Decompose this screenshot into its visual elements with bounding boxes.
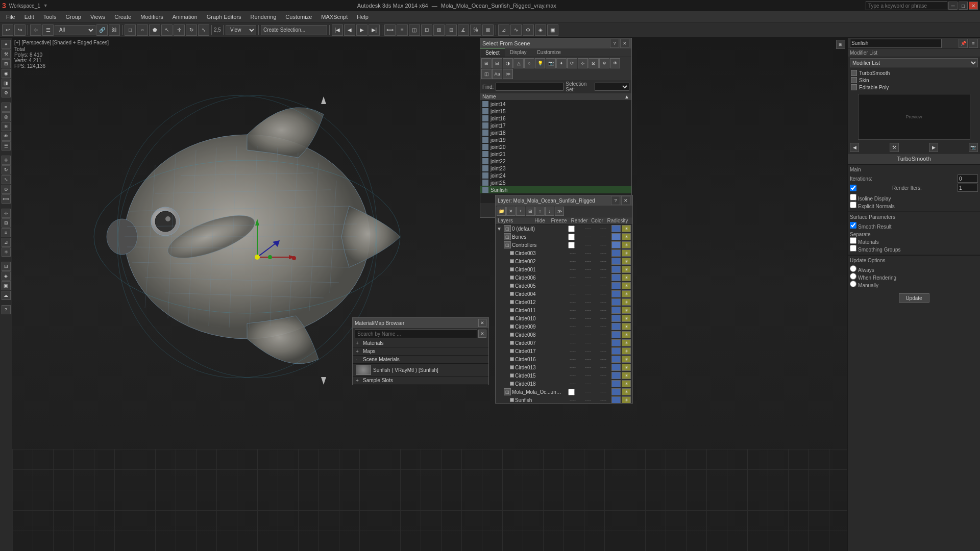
icon-pivot[interactable]: ⊙ bbox=[2, 185, 11, 194]
icon-material[interactable]: ◈ bbox=[2, 271, 11, 281]
sfs-tb-frozen[interactable]: ❄ bbox=[599, 58, 609, 68]
ld-color-cirde012[interactable] bbox=[611, 298, 621, 306]
modifier-list-dropdown[interactable]: Modifier List bbox=[850, 58, 978, 67]
ld-color-bones[interactable] bbox=[611, 233, 621, 240]
ld-row-cirde012[interactable]: Cirde012 ---- ---- ---- ☀ bbox=[496, 298, 632, 306]
sfs-tab-select[interactable]: Select bbox=[480, 48, 505, 57]
sfs-item-joint23[interactable]: joint23 bbox=[480, 165, 631, 172]
ld-color-controllers[interactable] bbox=[611, 241, 621, 248]
sfs-tb-none[interactable]: ⊟ bbox=[492, 58, 502, 68]
ld-row-cirde002[interactable]: Cirde002 ---- ---- ---- ☀ bbox=[496, 257, 632, 265]
menu-modifiers[interactable]: Modifiers bbox=[136, 13, 167, 21]
explicit-normals-checkbox[interactable] bbox=[850, 202, 856, 208]
panel-nav-right[interactable]: ▶ bbox=[929, 143, 938, 152]
sfs-tb-layer[interactable]: ◫ bbox=[481, 69, 492, 79]
icon-props[interactable]: ☰ bbox=[2, 141, 11, 151]
icon-hide[interactable]: 👁 bbox=[2, 132, 11, 141]
icon-freeze[interactable]: ❄ bbox=[2, 122, 11, 131]
toolbar-cylinder[interactable]: ⬟ bbox=[149, 24, 160, 36]
ld-hide-bones[interactable] bbox=[562, 234, 580, 240]
sfs-item-joint21[interactable]: joint21 bbox=[480, 151, 631, 158]
ld-row-cirde009[interactable]: Cirde009 ---- ---- ---- ☀ bbox=[496, 322, 632, 331]
panel-nav-wrench[interactable]: ⚒ bbox=[890, 143, 899, 152]
ld-tb-move-up[interactable]: ↑ bbox=[535, 207, 545, 216]
menu-group[interactable]: Group bbox=[61, 13, 85, 21]
ld-row-sunfish-layer[interactable]: Sunfish ---- ---- ---- ☀ bbox=[496, 396, 632, 403]
toolbar-mirror[interactable]: ⟺ bbox=[384, 24, 396, 36]
ld-expand-controllers[interactable]: ▼ bbox=[497, 242, 503, 248]
ld-hide-controllers[interactable] bbox=[562, 242, 580, 248]
toolbar-layer[interactable]: ◫ bbox=[409, 24, 420, 36]
toolbar-scale[interactable]: ⤡ bbox=[198, 24, 209, 36]
ld-color-cirde005[interactable] bbox=[611, 282, 621, 289]
icon-create[interactable]: ✦ bbox=[2, 40, 11, 49]
sfs-tb-expand[interactable]: ≫ bbox=[503, 69, 513, 79]
sfs-tb-lights[interactable]: 💡 bbox=[535, 58, 545, 68]
icon-isolate[interactable]: ◎ bbox=[2, 112, 11, 121]
menu-rendering[interactable]: Rendering bbox=[247, 13, 281, 21]
render-iters-input[interactable] bbox=[958, 184, 978, 192]
mb-section-scene-materials[interactable]: - Scene Materials bbox=[353, 356, 488, 364]
ld-row-default[interactable]: ▼ ◫ 0 (default) ---- ---- ☀ bbox=[496, 224, 632, 233]
menu-graph-editors[interactable]: Graph Editors bbox=[203, 13, 246, 21]
ld-row-cirde016[interactable]: Cirde016 ---- ---- ---- ☀ bbox=[496, 355, 632, 363]
ld-row-bones[interactable]: ◫ Bones ---- ---- ☀ bbox=[496, 233, 632, 241]
sfs-item-joint19[interactable]: joint19 bbox=[480, 136, 631, 143]
sfs-help-btn[interactable]: ? bbox=[610, 39, 619, 48]
modifier-turbosmooth[interactable]: TurboSmooth bbox=[850, 69, 978, 77]
icon-modify[interactable]: ⚒ bbox=[2, 49, 11, 59]
menu-create[interactable]: Create bbox=[110, 13, 135, 21]
ld-color-default[interactable] bbox=[611, 225, 621, 232]
ld-row-cirde013[interactable]: Cirde013 ---- ---- ---- ☀ bbox=[496, 363, 632, 371]
ld-row-cirde004[interactable]: Cirde004 ---- ---- ---- ☀ bbox=[496, 290, 632, 298]
icon-rotate[interactable]: ↻ bbox=[2, 165, 11, 174]
toolbar-select-obj[interactable]: ↖ bbox=[161, 24, 173, 36]
when-rendering-radio[interactable] bbox=[850, 273, 856, 280]
ld-color-cirde008[interactable] bbox=[611, 331, 621, 338]
ld-color-sunfish-layer[interactable] bbox=[611, 396, 621, 403]
icon-scale[interactable]: ⤡ bbox=[2, 175, 11, 184]
ld-color-cirde016[interactable] bbox=[611, 356, 621, 363]
sfs-tb-geo[interactable]: △ bbox=[513, 58, 524, 68]
sfs-tab-display[interactable]: Display bbox=[505, 48, 532, 57]
menu-edit[interactable]: Edit bbox=[20, 13, 38, 21]
ld-expand-molafish[interactable]: ▼ bbox=[497, 389, 503, 395]
icon-array[interactable]: ⊞ bbox=[2, 218, 11, 228]
ld-color-cirde011[interactable] bbox=[611, 307, 621, 314]
toolbar-curve[interactable]: ∿ bbox=[510, 24, 522, 36]
object-search-input[interactable] bbox=[850, 39, 942, 48]
ld-help-btn[interactable]: ? bbox=[611, 196, 620, 205]
toolbar-select-name[interactable]: ☰ bbox=[42, 24, 54, 36]
close-button[interactable]: ✕ bbox=[969, 2, 978, 10]
toolbar-snap-angle[interactable]: ∡ bbox=[458, 24, 469, 36]
sfs-close-btn[interactable]: ✕ bbox=[620, 39, 629, 48]
sfs-item-joint16[interactable]: joint16 bbox=[480, 115, 631, 122]
render-iters-checkbox[interactable] bbox=[850, 185, 856, 191]
ld-tb-add[interactable]: + bbox=[516, 207, 525, 216]
ld-row-molafish[interactable]: ▼ ◫ Mola_Mola_Oc...unfish_f ---- ---- ☀ bbox=[496, 388, 632, 396]
mb-section-materials[interactable]: + Materials bbox=[353, 339, 488, 347]
sfs-item-joint22[interactable]: joint22 bbox=[480, 158, 631, 165]
toolbar-snap-2d[interactable]: ⊞ bbox=[433, 24, 445, 36]
panel-nav-camera[interactable]: 📷 bbox=[969, 143, 978, 152]
sfs-tb-helpers[interactable]: ✦ bbox=[556, 58, 567, 68]
ld-list[interactable]: ▼ ◫ 0 (default) ---- ---- ☀ ◫ Bones ----… bbox=[496, 224, 632, 403]
sfs-list[interactable]: joint14 joint15 joint16 joint17 joint18 … bbox=[480, 101, 631, 203]
mb-section-maps[interactable]: + Maps bbox=[353, 347, 488, 356]
sfs-set-dropdown[interactable] bbox=[595, 83, 629, 91]
mb-search-input[interactable] bbox=[355, 329, 477, 338]
ld-color-cirde017[interactable] bbox=[611, 347, 621, 355]
minimize-button[interactable]: ─ bbox=[948, 2, 958, 10]
ld-hide-molafish[interactable] bbox=[562, 389, 580, 395]
toolbar-snap-spinner[interactable]: ⊠ bbox=[482, 24, 494, 36]
icon-align-l[interactable]: ≡ bbox=[2, 228, 11, 237]
sfs-tb-all[interactable]: ⊞ bbox=[481, 58, 492, 68]
menu-tools[interactable]: Tools bbox=[39, 13, 61, 21]
ld-color-cirde002[interactable] bbox=[611, 258, 621, 265]
toolbar-select[interactable]: ⊹ bbox=[30, 24, 41, 36]
toolbar-snap-3d[interactable]: ⊟ bbox=[446, 24, 457, 36]
sfs-tb-shapes[interactable]: ○ bbox=[524, 58, 534, 68]
sfs-tb-bones[interactable]: ⊹ bbox=[578, 58, 588, 68]
ld-color-cirde018[interactable] bbox=[611, 380, 621, 387]
icon-transform[interactable]: ✛ bbox=[2, 156, 11, 165]
